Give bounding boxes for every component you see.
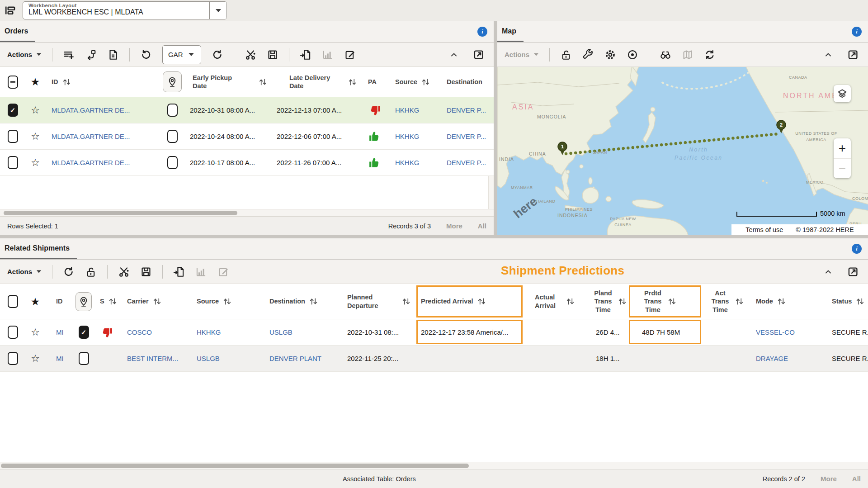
source-link[interactable]: HKHKG [395,159,419,166]
save-icon[interactable] [267,49,278,61]
destination-link[interactable]: DENVER P... [447,106,486,114]
vertical-scrollbar[interactable] [488,176,494,209]
table-row[interactable]: ☆ MLDATA.GARTNER DE... 2022-10-24 08:00 … [0,123,494,150]
carrier-link[interactable]: COSCO [127,328,152,336]
orders-horizontal-scrollbar[interactable] [0,209,494,216]
refresh-icon[interactable] [212,49,223,61]
collapse-panel-icon[interactable] [449,50,458,59]
more-button[interactable]: More [446,222,462,230]
map-canvas[interactable]: ASIA MONGOLIA CHINA INDIA MYANMAR THAILA… [497,67,868,235]
sort-icon[interactable] [259,78,267,86]
unassign-scissors-icon[interactable] [245,49,256,61]
workbench-layout-combo[interactable]: Workbench Layout LML WORKBENCH ESC | MLD… [23,1,227,19]
favorites-column-icon[interactable]: ★ [31,77,39,86]
new-document-icon[interactable] [107,49,119,61]
order-id-link[interactable]: MLDATA.GARTNER DE... [52,159,130,166]
info-icon[interactable] [852,27,862,37]
sort-icon[interactable] [856,297,864,306]
row-checkbox[interactable] [8,326,18,339]
map-layers-button[interactable] [834,85,851,102]
favorites-column-icon[interactable]: ★ [31,297,39,306]
sort-icon[interactable] [618,297,626,306]
info-icon[interactable] [852,244,862,254]
collapse-panel-icon[interactable] [824,50,833,59]
show-on-map-button[interactable] [163,71,182,92]
gear-icon[interactable] [604,49,616,61]
zoom-in-button[interactable]: + [834,138,851,158]
export-icon[interactable] [300,49,311,61]
mode-link[interactable]: VESSEL-CO [756,328,795,336]
source-link[interactable]: USLGB [197,355,220,362]
destination-link[interactable]: DENVER PLANT [269,355,321,362]
workbench-menu-icon[interactable] [5,5,16,16]
open-in-window-icon[interactable] [847,266,859,278]
saved-query-select[interactable]: GAR [162,45,201,64]
scrollbar-thumb[interactable] [4,211,237,215]
sort-icon[interactable] [778,297,785,306]
shipment-id-link[interactable]: MI [56,355,64,362]
scrollbar-thumb[interactable] [1,464,469,468]
destination-link[interactable]: DENVER P... [447,133,486,140]
sort-icon[interactable] [736,297,743,306]
sync-icon[interactable] [704,49,716,61]
origin-marker[interactable]: 1 [557,141,568,156]
zoom-out-button[interactable]: − [834,158,851,178]
filter-rows-icon[interactable] [63,49,75,61]
mode-link[interactable]: DRAYAGE [756,355,788,362]
show-on-map-button[interactable] [75,292,92,311]
panel-splitter[interactable] [0,235,868,238]
unlock-icon[interactable] [85,266,97,278]
edit-icon[interactable] [344,49,356,61]
refresh-icon[interactable] [63,266,75,278]
map-pin-checkbox[interactable] [167,130,178,143]
source-link[interactable]: HKHKG [197,328,221,336]
all-button[interactable]: All [852,475,861,483]
sort-icon[interactable] [402,297,410,306]
bullseye-icon[interactable] [627,49,638,61]
sort-icon[interactable] [422,78,429,86]
export-icon[interactable] [173,266,185,278]
sort-icon[interactable] [63,78,71,86]
panel-splitter[interactable] [494,21,497,235]
row-checkbox[interactable] [8,104,18,117]
favorite-star-icon[interactable]: ☆ [31,158,40,168]
sort-icon[interactable] [668,297,676,306]
favorite-star-icon[interactable]: ☆ [31,327,40,337]
select-all-checkbox[interactable] [8,295,18,308]
wrench-icon[interactable] [582,49,594,61]
map-pin-checkbox[interactable] [167,156,178,169]
carrier-link[interactable]: BEST INTERM... [127,355,178,362]
row-checkbox[interactable] [8,156,18,169]
map-pin-checkbox[interactable] [79,352,89,365]
select-all-checkbox[interactable] [8,76,18,89]
order-id-link[interactable]: MLDATA.GARTNER DE... [52,133,130,140]
sort-icon[interactable] [109,297,117,306]
row-checkbox[interactable] [8,352,18,365]
assign-icon[interactable] [85,49,97,61]
favorite-star-icon[interactable]: ☆ [31,105,40,115]
collapse-panel-icon[interactable] [824,267,833,276]
table-row[interactable]: ☆ MI BEST INTERM... USLGB DENVER PLANT 2… [0,346,868,372]
orders-actions-menu[interactable]: Actions [7,51,42,58]
map-pin-checkbox[interactable] [79,326,89,339]
shipment-id-link[interactable]: MI [56,328,64,336]
sort-icon[interactable] [349,78,356,86]
more-button[interactable]: More [821,475,837,483]
terms-of-use-link[interactable]: Terms of use [745,226,783,233]
rerun-query-icon[interactable] [140,49,152,61]
map-pin-checkbox[interactable] [167,104,178,117]
open-in-window-icon[interactable] [473,49,485,61]
destination-link[interactable]: USLGB [269,328,292,336]
table-row[interactable]: ☆ MI COSCO HKHKG USLGB 2022-10-31 08:...… [0,319,868,346]
open-in-window-icon[interactable] [847,49,859,61]
workbench-layout-field[interactable]: Workbench Layout LML WORKBENCH ESC | MLD… [23,2,209,19]
source-link[interactable]: HKHKG [395,133,419,140]
order-id-link[interactable]: MLDATA.GARTNER DE... [52,106,130,114]
favorite-star-icon[interactable]: ☆ [31,354,40,364]
workbench-layout-dropdown-button[interactable] [209,2,226,19]
sort-icon[interactable] [566,297,574,306]
all-button[interactable]: All [478,222,486,230]
related-shipments-actions-menu[interactable]: Actions [7,268,42,275]
favorite-star-icon[interactable]: ☆ [31,132,40,142]
destination-marker[interactable]: 2 [775,119,787,135]
